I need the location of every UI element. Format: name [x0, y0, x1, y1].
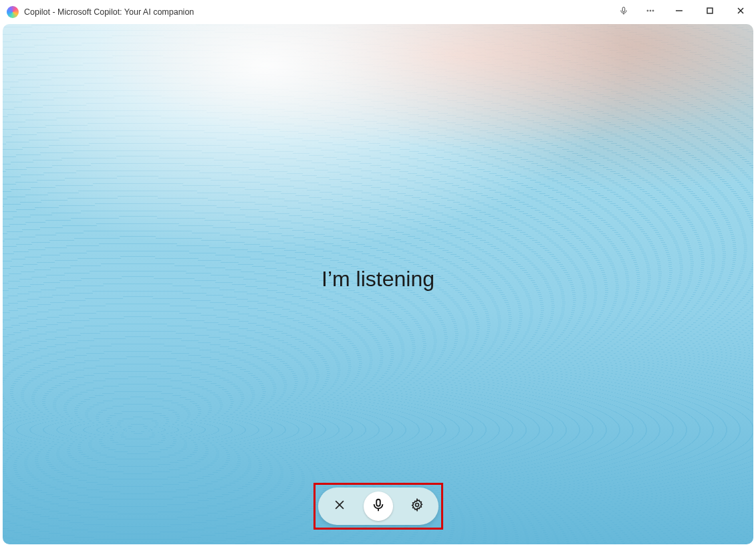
titlebar-mic-button[interactable] — [610, 0, 637, 24]
svg-point-13 — [415, 504, 418, 507]
voice-control-bar — [318, 487, 438, 525]
more-icon — [646, 6, 655, 18]
close-voice-button[interactable] — [330, 497, 349, 516]
microphone-icon — [619, 6, 628, 18]
window-close-button[interactable] — [725, 0, 756, 24]
titlebar-left: Copilot - Microsoft Copilot: Your AI com… — [0, 6, 194, 18]
minimize-icon — [674, 6, 684, 18]
window-minimize-button[interactable] — [664, 0, 695, 24]
titlebar-more-button[interactable] — [637, 0, 664, 24]
svg-point-2 — [647, 10, 648, 11]
maximize-icon — [705, 6, 715, 18]
close-icon — [736, 6, 745, 18]
main-content: I’m listening — [3, 24, 753, 544]
titlebar: Copilot - Microsoft Copilot: Your AI com… — [0, 0, 756, 24]
window-maximize-button[interactable] — [695, 0, 725, 24]
svg-point-3 — [650, 10, 651, 11]
gear-icon — [410, 498, 424, 514]
window-title: Copilot - Microsoft Copilot: Your AI com… — [24, 7, 194, 17]
titlebar-right — [610, 0, 756, 24]
svg-rect-11 — [376, 500, 380, 506]
annotation-highlight-box — [313, 483, 443, 530]
listening-status-text: I’m listening — [322, 267, 434, 292]
x-icon — [333, 498, 346, 514]
svg-point-4 — [652, 10, 654, 11]
microphone-icon — [371, 498, 386, 515]
microphone-button[interactable] — [364, 491, 393, 521]
svg-rect-6 — [707, 8, 713, 13]
copilot-logo-icon — [7, 6, 19, 18]
svg-rect-0 — [622, 7, 625, 12]
voice-settings-button[interactable] — [408, 497, 426, 516]
